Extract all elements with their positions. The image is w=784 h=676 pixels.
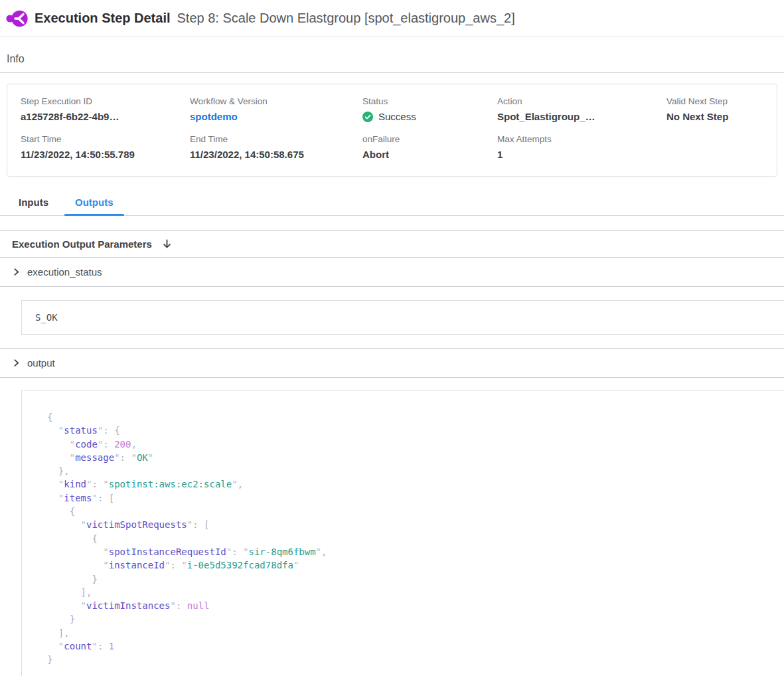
empty-cell bbox=[666, 134, 777, 160]
output-parameters-title: Execution Output Parameters bbox=[12, 238, 152, 250]
field-action: Action Spot_Elastigroup_… bbox=[497, 96, 666, 122]
field-label: Max Attempts bbox=[497, 134, 666, 144]
field-step-execution-id: Step Execution ID a125728f-6b22-4b9… bbox=[21, 96, 190, 122]
execution-status-value-box: S_OK bbox=[21, 300, 784, 335]
param-row-output[interactable]: output bbox=[0, 349, 784, 377]
divider bbox=[0, 377, 784, 378]
page-subtitle: Step 8: Scale Down Elastgroup [spot_elas… bbox=[177, 11, 515, 26]
field-workflow-version: Workflow & Version spotdemo bbox=[190, 96, 362, 122]
spot-workflow-logo-icon bbox=[5, 7, 28, 30]
tab-inputs[interactable]: Inputs bbox=[8, 194, 59, 215]
success-check-icon bbox=[362, 112, 373, 122]
info-section-heading: Info bbox=[7, 53, 784, 65]
field-start-time: Start Time 11/23/2022, 14:50:55.789 bbox=[21, 134, 190, 160]
divider bbox=[0, 286, 784, 287]
field-label: Status bbox=[362, 96, 497, 106]
field-value: 11/23/2022, 14:50:55.789 bbox=[21, 149, 190, 160]
tab-outputs[interactable]: Outputs bbox=[64, 194, 124, 215]
param-name: output bbox=[27, 357, 55, 369]
chevron-right-icon bbox=[12, 268, 21, 276]
divider bbox=[0, 72, 784, 73]
field-label: Workflow & Version bbox=[190, 96, 362, 106]
download-icon[interactable] bbox=[161, 238, 173, 250]
field-valid-next-step: Valid Next Step No Next Step bbox=[666, 96, 777, 122]
field-value: a125728f-6b22-4b9… bbox=[21, 111, 190, 122]
field-end-time: End Time 11/23/2022, 14:50:58.675 bbox=[190, 134, 362, 160]
field-value: 11/23/2022, 14:50:58.675 bbox=[190, 149, 362, 160]
page-header: Execution Step Detail Step 8: Scale Down… bbox=[0, 0, 784, 37]
output-parameters-header: Execution Output Parameters bbox=[0, 231, 784, 257]
chevron-right-icon bbox=[12, 359, 21, 367]
detail-tabs: Inputs Outputs bbox=[0, 194, 784, 216]
field-onfailure: onFailure Abort bbox=[362, 134, 497, 160]
field-max-attempts: Max Attempts 1 bbox=[497, 134, 666, 160]
info-card: Step Execution ID a125728f-6b22-4b9… Wor… bbox=[7, 84, 777, 177]
execution-step-detail-page: Execution Step Detail Step 8: Scale Down… bbox=[0, 0, 784, 676]
field-label: Action bbox=[497, 96, 666, 106]
field-label: Valid Next Step bbox=[666, 96, 777, 106]
field-label: Step Execution ID bbox=[21, 96, 190, 106]
field-value: No Next Step bbox=[666, 111, 777, 122]
output-json-box: { "status": { "code": 200, "message": "O… bbox=[21, 390, 784, 676]
page-title: Execution Step Detail bbox=[35, 11, 171, 26]
field-value: Abort bbox=[362, 149, 497, 160]
field-value: 1 bbox=[497, 149, 666, 160]
spacer bbox=[0, 216, 784, 230]
info-grid: Step Execution ID a125728f-6b22-4b9… Wor… bbox=[21, 96, 777, 160]
field-label: onFailure bbox=[362, 134, 497, 144]
execution-status-value: S_OK bbox=[35, 312, 58, 323]
param-name: execution_status bbox=[27, 266, 102, 278]
param-row-execution-status[interactable]: execution_status bbox=[0, 258, 784, 286]
status-text: Success bbox=[378, 111, 416, 122]
output-json-code: { "status": { "code": 200, "message": "O… bbox=[22, 390, 784, 676]
status-badge: Success bbox=[362, 111, 497, 122]
field-status: Status Success bbox=[362, 96, 497, 122]
field-value: Spot_Elastigroup_… bbox=[497, 111, 666, 122]
workflow-link[interactable]: spotdemo bbox=[190, 111, 362, 122]
field-label: End Time bbox=[190, 134, 362, 144]
field-label: Start Time bbox=[21, 134, 190, 144]
